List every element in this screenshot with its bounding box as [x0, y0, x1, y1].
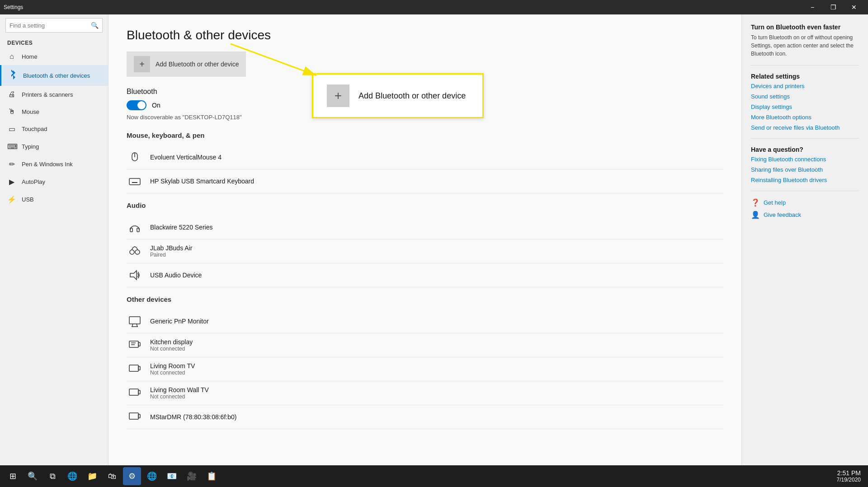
- autoplay-icon: ▶: [7, 178, 16, 186]
- task-view-button[interactable]: ⧉: [43, 467, 61, 485]
- svg-marker-15: [130, 271, 137, 280]
- sidebar-item-autoplay-label: AutoPlay: [22, 178, 45, 185]
- sidebar-item-usb[interactable]: ⚡ USB: [0, 191, 108, 208]
- svg-rect-26: [129, 389, 138, 395]
- device-item-monitor: Generic PnP Monitor: [127, 309, 723, 333]
- device-item-mouse: Evoluent VerticalMouse 4: [127, 145, 723, 169]
- mouse-icon: 🖱: [7, 108, 16, 116]
- link-send-receive[interactable]: Send or receive files via Bluetooth: [751, 124, 859, 131]
- add-device-popup[interactable]: + Add Bluetooth or other device: [312, 73, 484, 118]
- svg-rect-25: [138, 366, 140, 370]
- device-status-livingroomtv: Not connected: [150, 370, 195, 376]
- printer-icon: 🖨: [7, 90, 16, 98]
- taskbar-icon-3[interactable]: 📧: [163, 467, 181, 485]
- sidebar-item-touchpad[interactable]: ▭ Touchpad: [0, 120, 108, 138]
- device-info-livingroomwall: Living Room Wall TV Not connected: [150, 386, 209, 400]
- svg-rect-24: [129, 365, 138, 371]
- device-status-livingroomwall: Not connected: [150, 393, 209, 400]
- close-button[interactable]: ✕: [844, 0, 864, 14]
- sidebar-item-mouse-label: Mouse: [22, 108, 39, 115]
- give-feedback-row[interactable]: 👤 Give feedback: [751, 211, 859, 219]
- search-input[interactable]: [9, 22, 91, 29]
- taskbar-icon-4[interactable]: 🎥: [183, 467, 201, 485]
- device-info-mstardmr: MStarDMR (78:80:38:08:6f:b0): [150, 413, 236, 421]
- search-icon: 🔍: [91, 22, 99, 29]
- keyboard-device-icon: [127, 173, 143, 189]
- link-sound-settings[interactable]: Sound settings: [751, 93, 859, 100]
- device-info-livingroomtv: Living Room TV Not connected: [150, 362, 195, 376]
- search-button[interactable]: 🔍: [24, 467, 42, 485]
- link-display-settings[interactable]: Display settings: [751, 103, 859, 110]
- add-device-button[interactable]: + Add Bluetooth or other device: [127, 52, 246, 77]
- sidebar-item-printers[interactable]: 🖨 Printers & scanners: [0, 86, 108, 103]
- sidebar-item-pen-label: Pen & Windows Ink: [22, 161, 73, 168]
- add-device-label: Add Bluetooth or other device: [156, 61, 239, 68]
- typing-icon: ⌨: [7, 142, 16, 151]
- svg-rect-27: [138, 390, 140, 394]
- svg-line-18: [137, 324, 137, 327]
- taskbar-icon-5[interactable]: 📋: [203, 467, 221, 485]
- bluetooth-icon: [9, 70, 18, 81]
- sidebar-item-bluetooth[interactable]: Bluetooth & other devices: [0, 65, 108, 86]
- get-help-row[interactable]: ❓ Get help: [751, 198, 859, 207]
- taskbar-clock: 2:51 PM 7/19/2020: [837, 469, 861, 483]
- page-title: Bluetooth & other devices: [127, 28, 723, 42]
- popup-label: Add Bluetooth or other device: [359, 91, 466, 101]
- bluetooth-toggle[interactable]: [127, 100, 146, 110]
- main-content: Bluetooth & other devices + Add Bluetoot…: [108, 14, 741, 465]
- search-box[interactable]: 🔍: [5, 18, 103, 33]
- device-name-mstardmr: MStarDMR (78:80:38:08:6f:b0): [150, 413, 236, 421]
- sidebar-item-home[interactable]: ⌂ Home: [0, 48, 108, 65]
- give-feedback-icon: 👤: [751, 211, 760, 219]
- settings-icon[interactable]: ⚙: [123, 467, 141, 485]
- edge-icon[interactable]: 🌐: [63, 467, 81, 485]
- svg-rect-29: [138, 414, 140, 418]
- store-icon[interactable]: 🛍: [103, 467, 121, 485]
- faster-title: Turn on Bluetooth even faster: [751, 23, 859, 31]
- device-item-usbaudio: USB Audio Device: [127, 263, 723, 287]
- link-reinstalling[interactable]: Reinstalling Bluetooth drivers: [751, 177, 859, 183]
- device-name-blackwire: Blackwire 5220 Series: [150, 224, 213, 231]
- right-panel: Turn on Bluetooth even faster To turn Bl…: [741, 14, 868, 465]
- sidebar-item-mouse[interactable]: 🖱 Mouse: [0, 103, 108, 120]
- device-name-livingroomtv: Living Room TV: [150, 362, 195, 370]
- start-button[interactable]: ⊞: [4, 467, 22, 485]
- minimize-button[interactable]: −: [802, 0, 823, 14]
- svg-point-14: [135, 250, 140, 254]
- svg-rect-28: [129, 413, 138, 419]
- device-item-livingroomwall: Living Room Wall TV Not connected: [127, 381, 723, 405]
- device-item-blackwire: Blackwire 5220 Series: [127, 215, 723, 239]
- device-name-usbaudio: USB Audio Device: [150, 272, 202, 279]
- taskbar-icon-2[interactable]: 🌐: [143, 467, 161, 485]
- get-help-link[interactable]: Get help: [764, 199, 786, 206]
- other-section-title: Other devices: [127, 295, 723, 303]
- svg-rect-16: [129, 317, 140, 324]
- sidebar-item-pen[interactable]: ✏ Pen & Windows Ink: [0, 155, 108, 173]
- link-sharing-files[interactable]: Sharing files over Bluetooth: [751, 166, 859, 173]
- svg-rect-4: [129, 178, 140, 185]
- speaker-icon: [127, 267, 143, 283]
- sidebar-section-label: Devices: [0, 36, 108, 48]
- svg-line-17: [132, 324, 133, 327]
- give-feedback-link[interactable]: Give feedback: [764, 211, 801, 218]
- livingroomwall-icon: [127, 385, 143, 401]
- link-fixing-bluetooth[interactable]: Fixing Bluetooth connections: [751, 156, 859, 163]
- mouse-device-icon: [127, 149, 143, 165]
- link-devices-printers[interactable]: Devices and printers: [751, 83, 859, 89]
- sidebar-item-autoplay[interactable]: ▶ AutoPlay: [0, 173, 108, 191]
- pen-icon: ✏: [7, 160, 16, 169]
- restore-button[interactable]: ❐: [823, 0, 844, 14]
- file-explorer-icon[interactable]: 📁: [83, 467, 101, 485]
- sidebar-item-typing[interactable]: ⌨ Typing: [0, 138, 108, 155]
- device-info-keyboard: HP Skylab USB Smartcard Keyboard: [150, 178, 254, 185]
- taskbar-date: 7/19/2020: [837, 477, 861, 483]
- device-name-jlab: JLab JBuds Air: [150, 244, 192, 252]
- sidebar-item-touchpad-label: Touchpad: [22, 126, 47, 132]
- app-body: 🔍 Devices ⌂ Home Bluetooth & other devic…: [0, 14, 868, 465]
- link-more-bluetooth[interactable]: More Bluetooth options: [751, 114, 859, 121]
- related-title: Related settings: [751, 73, 859, 80]
- device-item-mstardmr: MStarDMR (78:80:38:08:6f:b0): [127, 405, 723, 429]
- sidebar-item-usb-label: USB: [22, 196, 34, 203]
- sidebar-item-bluetooth-label: Bluetooth & other devices: [23, 72, 90, 79]
- svg-point-13: [130, 250, 134, 254]
